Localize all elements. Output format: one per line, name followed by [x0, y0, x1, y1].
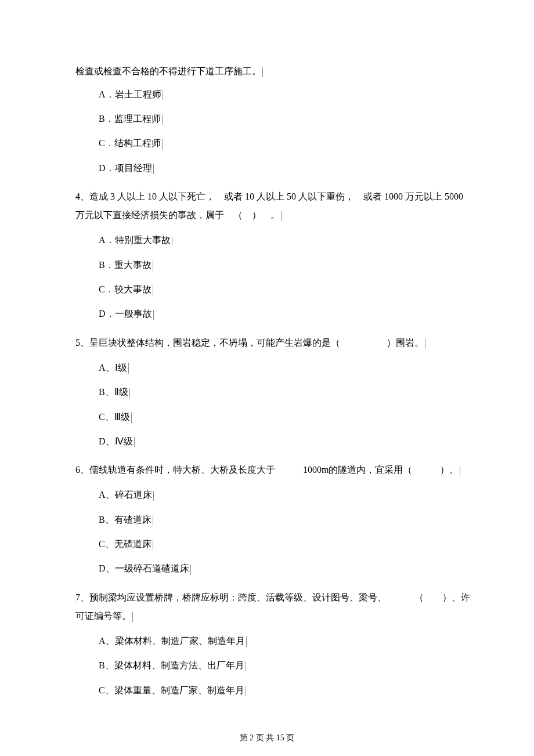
q6-stem: 6、儒线轨道有条件时，特大桥、大桥及长度大于 1000m的隧道内，宜采用（ ）。	[75, 461, 470, 479]
q7-option-c: C、梁体重量、制造厂家、制造年月	[99, 682, 470, 699]
question-3-stem-fragment: 检查或检查不合格的不得进行下道工序施工。	[75, 64, 470, 79]
q4-option-a: A．特别重大事故	[99, 231, 470, 249]
q4-option-b: B．重大事故	[99, 256, 470, 274]
q6-option-c: C、无碴道床	[99, 536, 470, 553]
page-container: 检查或检查不合格的不得进行下道工序施工。 A．岩土工程师 B．监理工程师 C．结…	[0, 0, 534, 756]
text: 检查或检查不合格的不得进行下道工序施工。	[75, 66, 261, 76]
q5-option-d: D、Ⅳ级	[99, 433, 470, 450]
q5-option-c: C、Ⅲ级	[99, 408, 470, 426]
q5-option-a: A、Ⅰ级	[99, 359, 470, 377]
q6-option-d: D、一级碎石道碴道床	[99, 560, 470, 577]
q6-option-a: A、碎石道床	[99, 486, 470, 504]
q7-option-a: A、梁体材料、制造厂家、制造年月	[99, 632, 470, 650]
q7-stem: 7、预制梁均应设置桥牌，桥牌应标明：跨度、活载等级、设计图号、梁号、 （ ）、许…	[75, 588, 470, 625]
q4-option-d: D．一般事故	[99, 305, 470, 323]
q4-stem: 4、造成 3 人以上 10 人以下死亡， 或者 10 人以上 50 人以下重伤，…	[75, 187, 470, 225]
q6-option-b: B、有碴道床	[99, 511, 470, 529]
q4-option-c: C．较大事故	[99, 281, 470, 298]
q5-option-b: B、Ⅱ级	[99, 384, 470, 401]
q3-option-a: A．岩土工程师	[99, 86, 470, 103]
q5-stem: 5、呈巨块状整体结构，围岩稳定，不坍塌，可能产生岩爆的是（ ）围岩。	[75, 334, 470, 352]
q3-option-c: C．结构工程师	[99, 135, 470, 152]
page-footer: 第 2 页 共 15 页	[0, 732, 534, 744]
q3-option-d: D．项目经理	[99, 160, 470, 177]
q3-option-b: B．监理工程师	[99, 110, 470, 128]
q7-option-b: B、梁体材料、制造方法、出厂年月	[99, 657, 470, 674]
